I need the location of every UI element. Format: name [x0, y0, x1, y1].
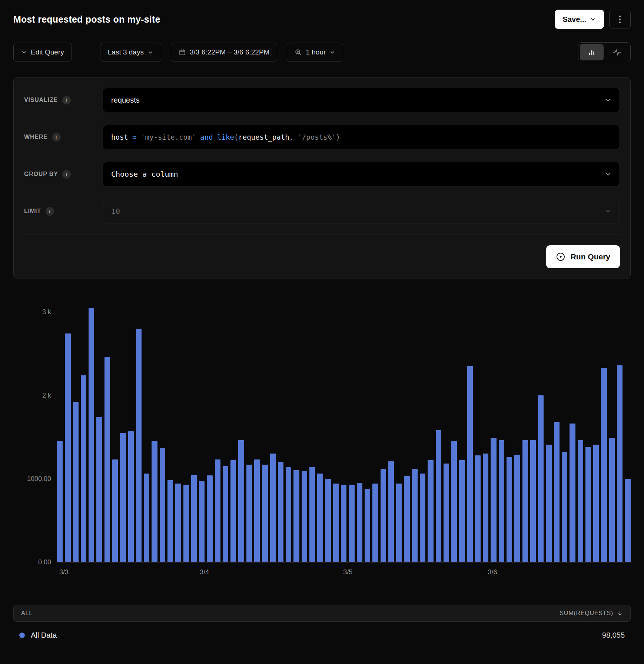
- bar: [73, 402, 79, 562]
- page-title: Most requested posts on my-site: [13, 14, 555, 25]
- bar: [578, 440, 583, 562]
- bar: [396, 484, 402, 562]
- bar: [467, 366, 473, 562]
- kebab-icon: [619, 16, 621, 23]
- bar: [451, 441, 457, 562]
- chevron-down-icon: [329, 49, 335, 55]
- bar: [270, 454, 276, 562]
- chevron-down-icon: [590, 16, 596, 22]
- visualize-label: VISUALIZE: [24, 97, 58, 103]
- run-query-button[interactable]: Run Query: [546, 245, 620, 268]
- bar: [491, 438, 496, 562]
- bar: [333, 484, 339, 562]
- bar: [167, 480, 173, 562]
- line-chart-view-button[interactable]: [605, 44, 629, 60]
- toolbar: Edit Query Last 3 days 3/3 6:22PM – 3/6 …: [13, 42, 631, 62]
- bar: [65, 333, 70, 562]
- limit-row: LIMIT i 10: [24, 199, 620, 223]
- bar: [428, 460, 433, 562]
- bar: [136, 329, 142, 562]
- group-by-row: GROUP BY i Choose a column: [24, 162, 620, 186]
- plot-area: [57, 305, 631, 562]
- header: Most requested posts on my-site Save...: [13, 9, 631, 30]
- where-expression: host = 'my-site.com' and like(request_pa…: [111, 133, 340, 141]
- bar: [96, 417, 102, 562]
- bar: [404, 476, 409, 562]
- chart-type-toggle: [578, 42, 631, 62]
- group-by-select[interactable]: Choose a column: [103, 162, 620, 186]
- range-preset-dropdown[interactable]: Last 3 days: [100, 43, 161, 62]
- bar: [436, 430, 441, 562]
- save-button[interactable]: Save...: [555, 10, 604, 29]
- bar: [412, 469, 418, 562]
- series-total: 98,055: [602, 631, 625, 640]
- group-by-label: GROUP BY: [24, 171, 58, 177]
- bar: [57, 441, 63, 562]
- x-tick-label: 3/5: [343, 568, 352, 576]
- info-icon[interactable]: i: [62, 170, 71, 179]
- sum-requests-sort-control[interactable]: SUM(REQUESTS): [560, 610, 623, 617]
- results-table-header: ALL SUM(REQUESTS): [13, 605, 631, 622]
- bar: [325, 479, 331, 562]
- edit-query-label: Edit Query: [31, 48, 64, 56]
- bar: [120, 433, 126, 562]
- range-preset-label: Last 3 days: [108, 48, 144, 56]
- chevron-down-icon: [147, 49, 153, 55]
- bar: [459, 460, 465, 562]
- bar-chart-view-button[interactable]: [580, 44, 604, 60]
- bar: [286, 467, 291, 562]
- bar-series: [57, 305, 631, 562]
- calendar-icon: [179, 49, 186, 56]
- bar: [302, 471, 307, 562]
- limit-select[interactable]: 10: [103, 199, 620, 223]
- group-by-label-group: GROUP BY i: [24, 170, 103, 179]
- bar: [128, 431, 134, 562]
- bar: [388, 461, 394, 562]
- bar: [215, 459, 220, 562]
- bar: [546, 445, 551, 562]
- bar: [223, 466, 228, 562]
- limit-label: LIMIT: [24, 208, 41, 215]
- bar: [554, 422, 560, 562]
- bar: [144, 474, 149, 562]
- table-row[interactable]: All Data98,055: [13, 625, 631, 645]
- bar: [522, 440, 528, 562]
- bar: [341, 485, 346, 562]
- bar: [238, 440, 244, 562]
- bar: [381, 469, 386, 562]
- bar: [207, 475, 212, 562]
- info-icon[interactable]: i: [46, 207, 54, 216]
- results-table-body: All Data98,055: [13, 625, 631, 645]
- panel-divider: [24, 235, 620, 235]
- info-icon[interactable]: i: [62, 96, 71, 104]
- edit-query-toggle[interactable]: Edit Query: [13, 43, 72, 62]
- bar: [514, 455, 520, 562]
- bar: [81, 375, 86, 562]
- bar: [617, 365, 623, 562]
- bar: [349, 485, 354, 562]
- visualize-row: VISUALIZE i requests: [24, 88, 620, 112]
- where-label-group: WHERE i: [24, 133, 103, 142]
- granularity-label: 1 hour: [306, 48, 326, 56]
- pulse-line-icon: [613, 48, 621, 57]
- more-options-button[interactable]: [609, 10, 631, 29]
- group-by-placeholder: Choose a column: [111, 170, 178, 179]
- where-input[interactable]: host = 'my-site.com' and like(request_pa…: [103, 125, 620, 149]
- date-range-picker[interactable]: 3/3 6:22PM – 3/6 6:22PM: [171, 43, 277, 62]
- bar: [420, 474, 425, 562]
- bar: [293, 470, 299, 562]
- visualize-value: requests: [111, 96, 140, 104]
- bar: [246, 465, 252, 562]
- info-icon[interactable]: i: [52, 133, 61, 142]
- date-range-label: 3/3 6:22PM – 3/6 6:22PM: [190, 48, 269, 56]
- bar: [160, 448, 165, 562]
- bar: [183, 485, 189, 562]
- chevron-down-icon: [605, 97, 611, 103]
- sum-requests-label: SUM(REQUESTS): [560, 610, 613, 617]
- visualize-select[interactable]: requests: [103, 88, 620, 112]
- granularity-dropdown[interactable]: 1 hour: [287, 43, 343, 62]
- x-tick-label: 3/6: [488, 568, 497, 576]
- x-tick-label: 3/3: [59, 568, 69, 576]
- bar: [262, 465, 268, 562]
- bar: [609, 438, 615, 562]
